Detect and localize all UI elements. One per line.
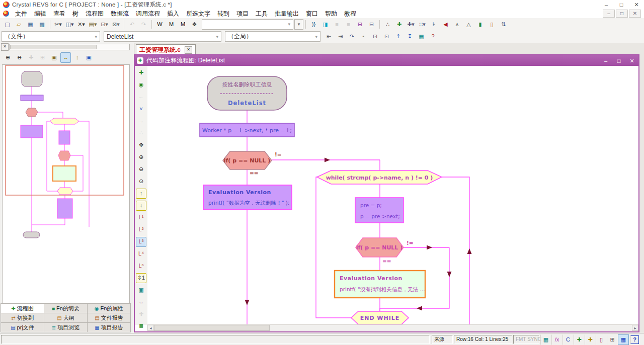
pan-icon[interactable]: ✥ <box>136 140 146 150</box>
zoom-in-canvas-icon[interactable]: ⊕ <box>136 152 146 162</box>
forward-icon[interactable]: → <box>136 116 146 126</box>
copy-view-icon[interactable]: ◨ <box>320 19 331 30</box>
minimap-if1-node[interactable] <box>26 108 38 117</box>
var-table-icon[interactable]: ▦ <box>540 334 551 345</box>
menu-item-10[interactable]: 项目 <box>233 10 252 18</box>
minimap-body-node[interactable] <box>59 131 70 144</box>
panel-tab-8[interactable]: ▦项目报告 <box>87 322 131 332</box>
zoom-menu-icon[interactable]: ⊙ <box>136 177 146 187</box>
minimap-while-node[interactable] <box>50 118 79 124</box>
scroll-up-icon[interactable]: ↥ <box>393 31 404 42</box>
zoom-out-icon[interactable]: ⊖ <box>14 52 25 63</box>
menu-item-6[interactable]: 调用流程 <box>132 10 164 18</box>
delete-icon[interactable]: ✕▾ <box>76 19 87 30</box>
expression-icon[interactable]: /x <box>551 334 562 345</box>
maximize-button[interactable]: □ <box>614 1 629 9</box>
brace-icon[interactable]: )} <box>308 19 319 30</box>
menu-item-8[interactable]: 所选文字 <box>183 10 214 18</box>
minimize-button[interactable]: – <box>599 1 614 9</box>
panel-tab-1[interactable]: ■Fn的纲要 <box>44 303 88 313</box>
goto-definition-icon[interactable]: ↷ <box>347 31 357 42</box>
status-help-icon[interactable]: ? <box>630 335 639 344</box>
undo-icon[interactable]: ↶ <box>127 19 137 30</box>
panel-tab-6[interactable]: ▤prj文件 <box>1 322 44 332</box>
sync-icon[interactable]: ✚ <box>26 52 36 63</box>
save-icon[interactable]: ▦ <box>25 19 36 30</box>
panel-tab-3[interactable]: ⇄切换到 <box>1 313 44 323</box>
text-format-icon[interactable]: ⊠▾ <box>111 19 121 30</box>
block-icon[interactable]: ▮ <box>475 19 486 30</box>
menu-item-5[interactable]: 数据流 <box>107 10 132 18</box>
scroll-down-icon[interactable]: ↧ <box>405 31 415 42</box>
fit-width-icon[interactable]: ↔ <box>60 52 71 63</box>
panel-tab-0[interactable]: ✚流程图 <box>1 303 44 313</box>
minimap-if2-node[interactable] <box>58 151 70 160</box>
cut-icon[interactable]: ✂▾ <box>53 19 63 30</box>
zoom-out-canvas-icon[interactable]: ⊖ <box>136 164 146 175</box>
level4-icon[interactable]: L⁴ <box>136 249 146 259</box>
snapshot-icon[interactable]: ■ <box>332 19 342 30</box>
screen-icon[interactable]: ▪ <box>358 31 369 42</box>
graph-icon[interactable]: △ <box>463 19 474 30</box>
panel-tab-4[interactable]: ▤大纲 <box>44 313 88 323</box>
monitor2-icon[interactable]: ⊟ <box>366 19 377 30</box>
help-panel-icon[interactable]: ? <box>428 31 438 42</box>
panel-scrollbar[interactable] <box>9 44 130 50</box>
flow-levels-icon[interactable]: ∷▾ <box>417 19 428 30</box>
new-file-icon[interactable]: ▢ <box>2 19 13 30</box>
image-icon[interactable]: ▣ <box>49 52 59 63</box>
flowchart-canvas[interactable]: 按姓名删除职工信息 ------------------- DeleteList… <box>147 66 638 325</box>
export-image-icon[interactable]: ▣ <box>84 52 94 63</box>
scope-combobox[interactable]: （全局）▾ <box>225 31 320 42</box>
scroll-left-icon[interactable]: ◂ <box>147 325 154 331</box>
hscroll-thumb[interactable] <box>154 325 270 331</box>
call-tree-icon[interactable]: ∴ <box>136 128 146 138</box>
image-view-icon[interactable]: ▣ <box>136 285 146 295</box>
down-icon[interactable]: ↓ <box>136 201 146 211</box>
file-combobox[interactable]: （文件）▾ <box>2 31 100 42</box>
document-tab-close-icon[interactable]: ✕ <box>185 46 192 54</box>
menu-item-14[interactable]: 帮助 <box>321 10 341 18</box>
flow-overview-icon[interactable]: ✚ <box>136 68 146 78</box>
flowchart-icon[interactable]: ✚ <box>574 334 585 345</box>
menu-item-11[interactable]: 工具 <box>252 10 271 18</box>
open-file-icon[interactable]: ▱ <box>14 19 24 30</box>
minimap-end-node[interactable] <box>23 232 40 238</box>
menu-item-7[interactable]: 插入 <box>164 10 183 18</box>
menu-item-15[interactable]: 教程 <box>341 10 360 18</box>
branch-icon[interactable]: ⊦ <box>429 19 439 30</box>
panel-close-icon[interactable]: ✕ <box>1 43 9 51</box>
prev-view-icon[interactable]: ⇤ <box>324 31 334 42</box>
menu-item-13[interactable]: 窗口 <box>302 10 321 18</box>
collapse-gray-icon[interactable]: ✚ <box>136 309 146 319</box>
merge-icon[interactable]: ⋏ <box>452 19 462 30</box>
flowchart-close-button[interactable]: ✕ <box>625 56 638 66</box>
center-jump-icon[interactable]: ⊡ <box>381 31 392 42</box>
one-level-icon[interactable]: ⇕1 <box>136 273 146 283</box>
call-graph-icon[interactable]: ✚ <box>585 334 596 345</box>
collapse-lr-icon[interactable]: ↔ <box>136 297 146 307</box>
minimap-decl-node[interactable] <box>21 95 43 101</box>
monitor-icon[interactable]: ⊟ <box>355 19 365 30</box>
level2-icon[interactable]: L² <box>136 225 146 235</box>
window-grid-icon[interactable]: ▦ <box>416 31 427 42</box>
menu-item-2[interactable]: 查看 <box>50 10 69 18</box>
panel-tab-5[interactable]: ▤文件报告 <box>87 313 131 323</box>
find-icon[interactable]: M <box>178 19 188 30</box>
menu-item-12[interactable]: 批量输出 <box>271 10 302 18</box>
copy-icon[interactable]: ◫▾ <box>64 19 75 30</box>
focus-node-icon[interactable]: ◉ <box>136 80 146 90</box>
minimap[interactable] <box>2 64 130 303</box>
menu-item-3[interactable]: 树 <box>69 10 82 18</box>
scroll-right-icon[interactable]: ▸ <box>632 325 638 331</box>
minimap-after-node[interactable] <box>57 199 72 218</box>
calendar-icon[interactable]: ▦ <box>618 334 629 345</box>
level1-icon[interactable]: L¹ <box>136 213 146 223</box>
panel-tab-2[interactable]: ◉Fn的属性 <box>87 303 131 313</box>
center-view-icon[interactable]: ⊡ <box>370 31 380 42</box>
minimap-endwhile-node[interactable] <box>57 188 73 195</box>
paste-icon[interactable]: ▤▾ <box>88 19 98 30</box>
menu-item-1[interactable]: 编辑 <box>31 10 50 18</box>
minimap-selected-node[interactable] <box>53 166 76 181</box>
panel-tab-7[interactable]: ≣项目浏览 <box>44 322 88 332</box>
